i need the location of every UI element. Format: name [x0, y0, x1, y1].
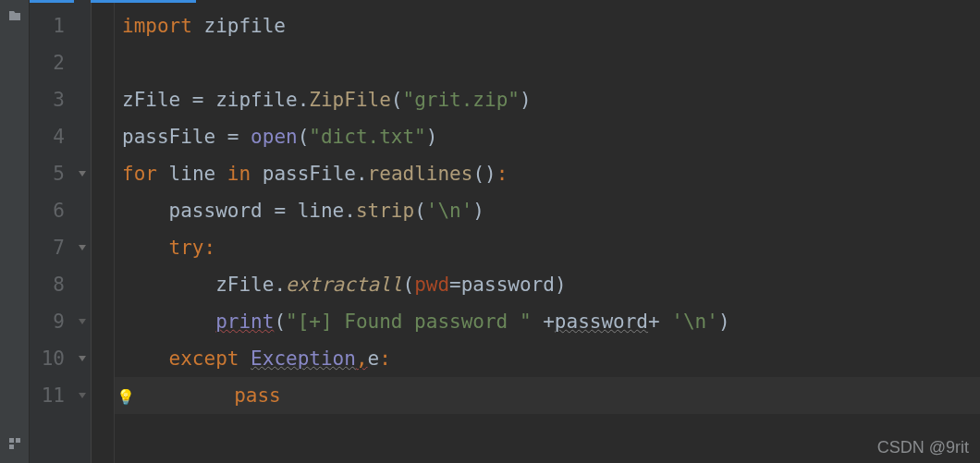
- code-line[interactable]: except Exception,e:: [115, 340, 980, 377]
- code-line[interactable]: [115, 44, 980, 81]
- code-line[interactable]: for line in passFile.readlines():: [115, 155, 980, 192]
- code-line[interactable]: zFile = zipfile.ZipFile("grit.zip"): [115, 81, 980, 118]
- svg-rect-1: [16, 438, 20, 443]
- code-line-current[interactable]: 💡 pass: [115, 377, 980, 414]
- line-number[interactable]: 6: [30, 192, 65, 229]
- tool-rail: [0, 0, 30, 463]
- line-number[interactable]: 2: [30, 44, 65, 81]
- line-number-gutter[interactable]: 1 2 3 4 5 6 7 8 9 10 11: [30, 0, 74, 463]
- line-number[interactable]: 3: [30, 81, 65, 118]
- line-number[interactable]: 11: [30, 377, 65, 414]
- line-number[interactable]: 8: [30, 266, 65, 303]
- svg-rect-2: [9, 445, 14, 449]
- code-line[interactable]: try:: [115, 229, 980, 266]
- code-line[interactable]: zFile.extractall(pwd=password): [115, 266, 980, 303]
- fold-toggle-icon[interactable]: [79, 171, 86, 177]
- code-line[interactable]: import zipfile: [115, 7, 980, 44]
- code-line[interactable]: passFile = open("dict.txt"): [115, 118, 980, 155]
- line-number[interactable]: 1: [30, 7, 65, 44]
- line-number[interactable]: 10: [30, 340, 65, 377]
- code-line[interactable]: password = line.strip('\n'): [115, 192, 980, 229]
- line-number[interactable]: 9: [30, 303, 65, 340]
- line-number[interactable]: 4: [30, 118, 65, 155]
- code-editor-surface[interactable]: import zipfile zFile = zipfile.ZipFile("…: [115, 0, 980, 463]
- code-line[interactable]: print("[+] Found password " +password+ '…: [115, 303, 980, 340]
- fold-toggle-icon[interactable]: [79, 245, 86, 250]
- structure-tool-icon[interactable]: [7, 433, 22, 456]
- fold-end-icon: [79, 393, 86, 398]
- svg-rect-0: [9, 438, 14, 443]
- fold-toggle-icon[interactable]: [79, 356, 86, 361]
- fold-gutter[interactable]: [74, 0, 91, 463]
- fold-end-icon: [79, 319, 86, 324]
- editor[interactable]: 1 2 3 4 5 6 7 8 9 10 11 import zipfile z…: [30, 0, 980, 463]
- project-tool-icon[interactable]: [7, 6, 22, 28]
- intention-bulb-icon[interactable]: 💡: [116, 388, 135, 406]
- line-number[interactable]: 5: [30, 155, 65, 192]
- gutter-separator: [91, 0, 115, 463]
- line-number[interactable]: 7: [30, 229, 65, 266]
